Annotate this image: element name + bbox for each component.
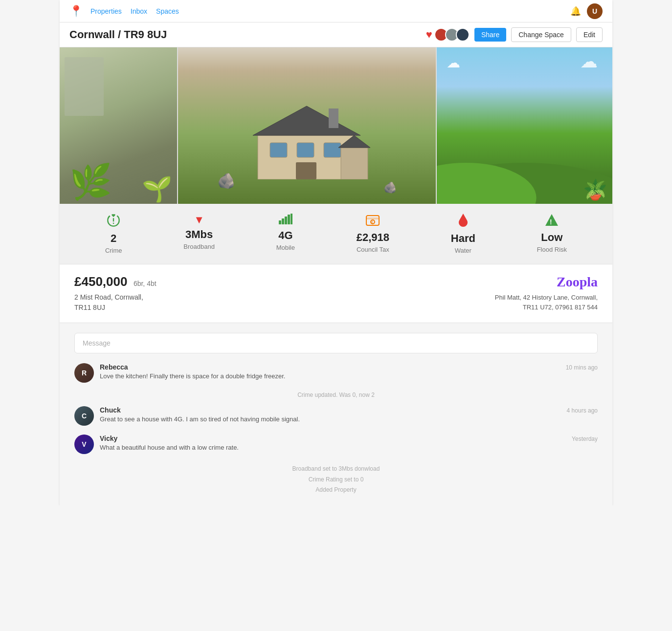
svg-rect-5 bbox=[296, 162, 316, 179]
activity-log-item-2: Crime Rating set to 0 bbox=[309, 476, 364, 483]
chuck-name: Chuck bbox=[100, 406, 121, 414]
svg-rect-17 bbox=[366, 218, 379, 219]
council-tax-value: £2,918 bbox=[357, 231, 389, 244]
water-label: Water bbox=[455, 247, 471, 254]
nav-links: Properties Inbox Spaces bbox=[90, 7, 179, 15]
activity-log-item-3: Added Property bbox=[315, 486, 356, 493]
chuck-comment-body: Chuck 4 hours ago Great to see a house w… bbox=[100, 406, 598, 426]
share-button[interactable]: Share bbox=[474, 28, 506, 42]
nav-inbox-link[interactable]: Inbox bbox=[131, 7, 147, 15]
water-icon bbox=[458, 214, 468, 230]
photo-grid: 🌿 🌱 🪨 bbox=[60, 47, 612, 204]
shared-users-avatars bbox=[437, 28, 470, 42]
vicky-time: Yesterday bbox=[572, 435, 598, 442]
vicky-comment-header: Vicky Yesterday bbox=[100, 435, 598, 442]
crime-icon bbox=[107, 214, 120, 230]
stat-mobile: 4G Mobile bbox=[276, 214, 295, 254]
nav-right: 🔔 U bbox=[570, 3, 603, 19]
property-details-left: £450,000 6br, 4bt 2 Mist Road, Cornwall,… bbox=[74, 274, 157, 313]
broadband-label: Broadband bbox=[183, 243, 215, 250]
stat-broadband: ▼ 3Mbs Broadband bbox=[183, 214, 215, 254]
flood-risk-icon: ! bbox=[545, 214, 559, 229]
chuck-time: 4 hours ago bbox=[567, 407, 598, 414]
property-details-right: Zoopla Phil Matt, 42 History Lane, Cornw… bbox=[495, 274, 598, 313]
comment-chuck: C Chuck 4 hours ago Great to see a house… bbox=[74, 406, 598, 426]
vicky-comment-body: Vicky Yesterday What a beautiful house a… bbox=[100, 435, 598, 454]
property-price: £450,000 bbox=[74, 274, 127, 289]
activity-log-item-1: Broadband set to 3Mbs donwload bbox=[292, 465, 380, 472]
nav-spaces-link[interactable]: Spaces bbox=[156, 7, 179, 15]
zoopla-logo: Zoopla bbox=[495, 274, 598, 290]
photo-right[interactable]: ☁ ☁ 🪴 bbox=[437, 47, 612, 204]
council-tax-label: Council Tax bbox=[357, 246, 389, 253]
comment-rebecca: R Rebecca 10 mins ago Love the kitchen! … bbox=[74, 363, 598, 383]
svg-text:!: ! bbox=[550, 218, 552, 226]
header-actions: ♥ Share Change Space Edit bbox=[426, 27, 603, 42]
stat-council-tax: £ £2,918 Council Tax bbox=[357, 214, 389, 254]
svg-rect-7 bbox=[341, 148, 368, 179]
comments-section: Message R Rebecca 10 mins ago Love the k… bbox=[60, 323, 612, 505]
crime-value: 2 bbox=[111, 232, 116, 245]
header-bar: Cornwall / TR9 8UJ ♥ Share Change Space … bbox=[60, 22, 612, 47]
system-message-1: Crime updated. Was 0, now 2 bbox=[74, 392, 598, 398]
rebecca-name: Rebecca bbox=[100, 363, 128, 371]
bell-icon[interactable]: 🔔 bbox=[570, 6, 581, 17]
agent-line2: TR11 U72, 07961 817 544 bbox=[523, 304, 598, 311]
stat-crime: 2 Crime bbox=[105, 214, 122, 254]
property-specs: 6br, 4bt bbox=[134, 280, 157, 287]
agent-line1: Phil Matt, 42 History Lane, Cornwall, bbox=[495, 294, 598, 301]
activity-log: Broadband set to 3Mbs donwload Crime Rat… bbox=[74, 464, 598, 496]
agent-info: Phil Matt, 42 History Lane, Cornwall, TR… bbox=[495, 293, 598, 312]
mobile-value: 4G bbox=[278, 229, 292, 242]
svg-rect-15 bbox=[291, 214, 292, 224]
svg-text:£: £ bbox=[371, 220, 374, 224]
logo-icon: 📍 bbox=[69, 5, 83, 18]
rebecca-comment-body: Rebecca 10 mins ago Love the kitchen! Fi… bbox=[100, 363, 598, 383]
flood-risk-label: Flood Risk bbox=[537, 246, 567, 253]
mobile-label: Mobile bbox=[276, 244, 295, 251]
message-placeholder: Message bbox=[83, 339, 111, 347]
favorite-icon[interactable]: ♥ bbox=[426, 28, 432, 41]
avatar-initials: U bbox=[592, 7, 597, 15]
chuck-avatar: C bbox=[74, 406, 94, 426]
address-line1: 2 Mist Road, Cornwall, bbox=[74, 293, 143, 301]
rebecca-comment-header: Rebecca 10 mins ago bbox=[100, 363, 598, 371]
chuck-text: Great to see a house with 4G. I am so ti… bbox=[100, 415, 598, 423]
broadband-value: 3Mbs bbox=[185, 228, 213, 241]
crime-label: Crime bbox=[105, 247, 122, 254]
svg-rect-12 bbox=[282, 218, 284, 224]
stat-flood-risk: ! Low Flood Risk bbox=[537, 214, 567, 254]
svg-rect-4 bbox=[324, 143, 341, 157]
change-space-button[interactable]: Change Space bbox=[511, 27, 571, 42]
address-line2: TR11 8UJ bbox=[74, 304, 105, 311]
stats-row: 2 Crime ▼ 3Mbs Broadband 4G Mobile bbox=[60, 204, 612, 264]
photo-center[interactable]: 🪨 🪨 bbox=[178, 47, 436, 204]
property-section: £450,000 6br, 4bt 2 Mist Road, Cornwall,… bbox=[60, 264, 612, 323]
property-address: 2 Mist Road, Cornwall, TR11 8UJ bbox=[74, 292, 157, 313]
page-title: Cornwall / TR9 8UJ bbox=[69, 28, 167, 41]
svg-rect-14 bbox=[288, 215, 290, 224]
edit-button[interactable]: Edit bbox=[576, 27, 603, 42]
svg-marker-1 bbox=[253, 106, 360, 135]
navigation: 📍 Properties Inbox Spaces 🔔 U bbox=[60, 0, 612, 22]
vicky-name: Vicky bbox=[100, 435, 117, 442]
shared-user-avatar-3 bbox=[456, 28, 470, 42]
rebecca-avatar: R bbox=[74, 363, 94, 383]
stat-water: Hard Water bbox=[451, 214, 475, 254]
rebecca-time: 10 mins ago bbox=[566, 364, 598, 371]
photo-left[interactable]: 🌿 🌱 bbox=[60, 47, 177, 204]
rebecca-text: Love the kitchen! Finally there is space… bbox=[100, 372, 598, 380]
chuck-comment-header: Chuck 4 hours ago bbox=[100, 406, 598, 414]
nav-properties-link[interactable]: Properties bbox=[90, 7, 122, 15]
svg-rect-13 bbox=[285, 217, 287, 224]
vicky-text: What a beautiful house and with a low cr… bbox=[100, 444, 598, 451]
comment-vicky: V Vicky Yesterday What a beautiful house… bbox=[74, 435, 598, 454]
flood-risk-value: Low bbox=[541, 231, 562, 244]
water-value: Hard bbox=[451, 232, 475, 245]
council-tax-icon: £ bbox=[365, 214, 380, 229]
vicky-avatar: V bbox=[74, 435, 94, 454]
user-avatar[interactable]: U bbox=[587, 3, 603, 19]
svg-rect-11 bbox=[279, 220, 281, 224]
svg-rect-2 bbox=[270, 143, 287, 157]
message-input[interactable]: Message bbox=[74, 333, 598, 353]
